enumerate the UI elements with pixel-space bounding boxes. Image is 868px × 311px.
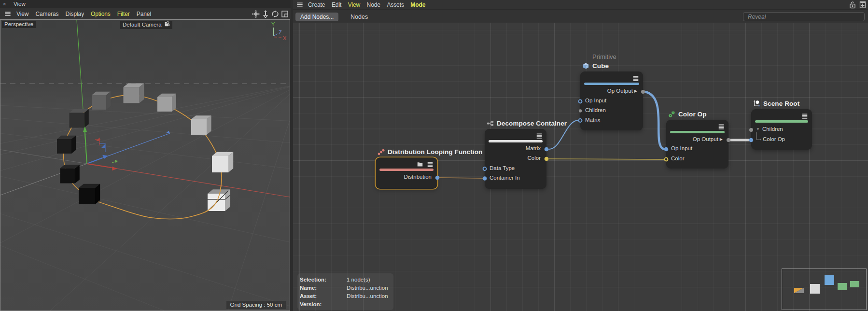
cube[interactable] (212, 152, 233, 172)
viewport-tool-icons (252, 10, 289, 18)
node-menu-node[interactable]: Node (367, 1, 380, 8)
cube[interactable] (70, 109, 89, 127)
cube[interactable] (79, 184, 100, 204)
move-gizmo[interactable] (83, 127, 118, 170)
folder-icon[interactable] (417, 160, 423, 169)
expand-arrow-icon[interactable]: ▶ (720, 137, 723, 141)
viewport-menu-cameras[interactable]: Cameras (35, 11, 58, 17)
cube[interactable] (157, 94, 176, 112)
node-colorop[interactable]: Color OpOp Output▶Op InputColor (666, 120, 728, 169)
info-label: Selection: (300, 277, 347, 285)
node-menu-assets[interactable]: Assets (387, 1, 404, 8)
viewport-menu-view[interactable]: View (16, 11, 28, 17)
info-row-asset: Asset:Distribu...unction (300, 293, 392, 301)
port-row-distribution[interactable]: Distribution (404, 174, 432, 180)
port-row-op-output[interactable]: Op Output▶ (693, 136, 723, 142)
node-menu-create[interactable]: Create (308, 1, 325, 8)
port-label: Op Output (693, 136, 718, 142)
cube-selected[interactable] (208, 189, 230, 211)
node-title-block: Color Op (668, 110, 707, 118)
port-label: Children (585, 107, 606, 113)
node-menu-icon[interactable] (536, 132, 543, 141)
viewport-panel: × View ViewCamerasDisplayOptionsFilterPa… (0, 0, 291, 311)
pan-icon[interactable] (252, 10, 260, 18)
viewport-menu-panel[interactable]: Panel (137, 11, 151, 17)
node-type-color-bar (379, 169, 434, 171)
viewport-menu-icon[interactable] (3, 10, 12, 18)
node-menu-view[interactable]: View (348, 1, 360, 8)
search-input[interactable] (743, 12, 865, 21)
port-row-color-op[interactable]: Color Op (763, 136, 785, 142)
collapse-triangle-icon[interactable]: ▼ (756, 127, 760, 131)
port-row-color[interactable]: Color (671, 156, 684, 161)
axis-indicator: YZX (271, 21, 287, 41)
wire[interactable] (549, 159, 664, 159)
port-row-op-input[interactable]: Op Input (671, 145, 692, 151)
port-row-children[interactable]: Children (585, 107, 606, 113)
cube[interactable] (92, 92, 111, 110)
camera-icon (164, 21, 170, 28)
node-menu-edit[interactable]: Edit (332, 1, 341, 8)
viewport-menu-options[interactable]: Options (91, 11, 111, 17)
node-editor-menu-icon[interactable] (295, 0, 304, 9)
port-label: Op Input (671, 145, 692, 151)
viewport-window-title: View (14, 1, 26, 7)
cube[interactable] (60, 165, 80, 183)
minimap-node (810, 284, 820, 294)
node-menu-icon[interactable] (632, 74, 639, 83)
expand-arrow-icon[interactable]: ▶ (634, 89, 637, 93)
view-mode-label[interactable]: Perspective (2, 21, 36, 28)
dolly-icon[interactable] (261, 10, 269, 18)
port-row-matrix[interactable]: Matrix (585, 117, 600, 123)
lock-icon[interactable] (848, 0, 856, 9)
node-distribution[interactable]: Distribution Looping FunctionDistributio… (376, 157, 437, 189)
port-row-matrix[interactable]: Matrix (526, 145, 541, 151)
node-title: Distribution Looping Function (388, 148, 482, 156)
viewport-titlebar: × View (0, 0, 291, 8)
wire[interactable] (645, 92, 664, 149)
cube[interactable] (57, 136, 76, 154)
port-label: Color Op (763, 136, 785, 142)
minimap-node (825, 275, 834, 285)
node-editor-window-icons (848, 0, 867, 9)
port-row-data-type[interactable]: Data Type (490, 165, 515, 171)
add-nodes-button[interactable]: Add Nodes... (295, 13, 338, 21)
node-menu-icon[interactable] (718, 123, 725, 131)
camera-label[interactable]: Default Camera (120, 21, 172, 29)
port-row-op-input[interactable]: Op Input (585, 98, 606, 103)
cube-icon (582, 62, 589, 70)
cube[interactable] (191, 115, 211, 135)
viewport-menu-display[interactable]: Display (65, 11, 84, 17)
node-decompose[interactable]: Decompose ContainerMatrixColorData TypeC… (485, 129, 546, 189)
node-menu-icon[interactable] (801, 112, 808, 121)
node-menu-mode[interactable]: Mode (410, 1, 425, 8)
viewport-3d-canvas[interactable]: YZX Perspective Default Camera Grid Spac… (0, 19, 290, 311)
node-header-icons (801, 112, 808, 121)
graph-minimap[interactable] (782, 269, 867, 310)
rotate-icon[interactable] (271, 10, 279, 18)
cube[interactable] (124, 84, 144, 103)
tab-nodes[interactable]: Nodes (350, 13, 368, 21)
frame-icon[interactable] (280, 10, 289, 18)
info-value: Distribu...unction (347, 285, 388, 293)
wire[interactable] (439, 178, 483, 178)
info-row-selection: Selection:1 node(s) (300, 277, 392, 285)
node-type-color-bar (670, 131, 725, 133)
node-cube[interactable]: PrimitiveCubeOp Output▶Op InputChildrenM… (580, 71, 643, 130)
node-graph-canvas[interactable]: Distribution Looping FunctionDistributio… (293, 23, 868, 311)
node-sceneroot[interactable]: Scene Root▼ChildrenColor Op (751, 109, 812, 150)
close-icon[interactable]: × (3, 1, 10, 7)
node-title: Color Op (678, 111, 707, 118)
port-row-color[interactable]: Color (528, 155, 541, 161)
node-title: Cube (592, 62, 609, 70)
colorop-icon (668, 111, 675, 118)
node-header-icons (417, 160, 434, 169)
node-menu-icon[interactable] (427, 160, 434, 169)
add-panel-icon[interactable] (858, 0, 867, 9)
node-title-block: Cube (582, 62, 609, 70)
port-row-container-in[interactable]: Container In (490, 175, 520, 181)
port-label: Container In (490, 175, 520, 181)
info-label: Version: (300, 301, 347, 310)
viewport-menu-filter[interactable]: Filter (117, 11, 130, 17)
port-row-op-output[interactable]: Op Output▶ (607, 88, 637, 94)
